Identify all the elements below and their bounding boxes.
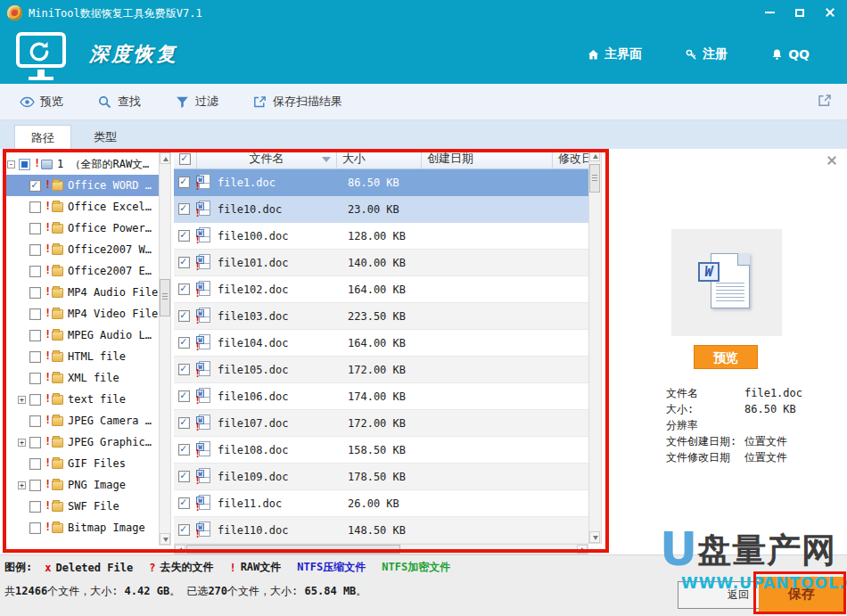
tree-item[interactable]: ! SWF File <box>5 496 159 517</box>
scroll-up-icon[interactable] <box>160 152 170 164</box>
row-checkbox[interactable] <box>178 364 190 375</box>
row-checkbox[interactable] <box>178 257 190 268</box>
column-created[interactable]: 创建日期 <box>422 149 553 168</box>
export-corner-button[interactable] <box>817 93 833 112</box>
nav-qq[interactable]: QQ <box>770 46 810 62</box>
tree-checkbox[interactable] <box>29 308 41 320</box>
tab-type[interactable]: 类型 <box>77 125 134 149</box>
scroll-up-icon[interactable] <box>589 150 600 161</box>
table-row[interactable]: W! file100.doc 128.00 KB <box>174 223 588 250</box>
maximize-button[interactable] <box>792 5 808 20</box>
tree-item[interactable]: ! Office WORD … <box>5 175 159 196</box>
scroll-right-icon[interactable] <box>577 545 588 554</box>
tree-checkbox[interactable] <box>29 287 41 299</box>
row-checkbox[interactable] <box>178 283 190 295</box>
find-toolbar-button[interactable]: 查找 <box>97 94 141 110</box>
row-checkbox[interactable] <box>178 471 190 482</box>
tree-checkbox[interactable] <box>29 501 41 513</box>
table-row[interactable]: W! file10.doc 23.00 KB <box>174 196 588 223</box>
table-scrollbar-thumb[interactable] <box>589 164 600 193</box>
table-row[interactable]: W! file108.doc 158.50 KB <box>174 437 588 464</box>
tree-item[interactable]: + ! text file <box>5 389 159 410</box>
table-row[interactable]: W! file103.doc 223.50 KB <box>174 303 588 330</box>
tree-item[interactable]: ! MP4 Video File <box>5 303 159 324</box>
tree-item[interactable]: + ! JPEG Graphic… <box>5 431 159 453</box>
minimize-button[interactable] <box>761 5 777 20</box>
tree-expander-icon[interactable]: + <box>18 481 26 489</box>
table-row[interactable]: W! file1.doc 86.50 KB <box>174 169 588 196</box>
preview-toolbar-button[interactable]: 预览 <box>20 94 63 110</box>
tree-item[interactable]: + ! PNG Image <box>5 474 159 496</box>
row-checkbox[interactable] <box>178 310 190 322</box>
tree-checkbox[interactable] <box>29 458 41 470</box>
tree-scrollbar-thumb[interactable] <box>160 279 170 316</box>
tree-checkbox[interactable] <box>29 266 41 277</box>
tree-checkbox[interactable] <box>29 373 41 384</box>
tree-item[interactable]: ! MPEG Audio L… <box>5 324 159 346</box>
tree-item[interactable]: - ! 1 （全部的RAW文… <box>5 153 159 175</box>
tree-item[interactable]: ! MP4 Audio File <box>5 282 159 303</box>
row-checkbox[interactable] <box>178 177 190 188</box>
tree-checkbox[interactable] <box>29 437 41 448</box>
table-row[interactable]: W! file11.doc 26.00 KB <box>174 490 588 517</box>
table-row[interactable]: W! file110.doc 148.50 KB <box>174 517 588 544</box>
tree-scrollbar[interactable] <box>159 152 171 546</box>
column-modified[interactable]: 修改日期 <box>553 149 588 168</box>
tree-item[interactable]: ! HTML file <box>5 346 159 367</box>
row-checkbox[interactable] <box>178 444 190 456</box>
table-row[interactable]: W! file101.doc 140.00 KB <box>174 250 588 276</box>
tree-checkbox[interactable] <box>29 223 41 234</box>
tree-item[interactable]: ! Office2007 W… <box>5 239 159 260</box>
save-scan-result-button[interactable]: 保存扫描结果 <box>252 94 342 110</box>
close-button[interactable] <box>822 5 838 20</box>
filter-toolbar-button[interactable]: 过滤 <box>175 94 218 110</box>
nav-register[interactable]: 注册 <box>685 46 728 62</box>
tree-item[interactable]: ! GIF Files <box>5 453 159 474</box>
row-checkbox[interactable] <box>178 524 190 536</box>
tree-checkbox[interactable] <box>29 244 41 256</box>
save-button[interactable]: 保存 <box>759 577 844 612</box>
table-row[interactable]: W! file106.doc 174.00 KB <box>174 383 588 410</box>
tree-item[interactable]: ! Office2007 E… <box>5 260 159 282</box>
table-row[interactable]: W! file105.doc 172.00 KB <box>174 357 588 383</box>
tree-checkbox[interactable] <box>29 394 41 406</box>
tree-checkbox[interactable] <box>29 351 41 363</box>
tree-checkbox[interactable] <box>29 180 41 192</box>
column-size[interactable]: 大小 <box>337 149 422 168</box>
nav-home[interactable]: 主界面 <box>587 46 642 62</box>
tree-checkbox[interactable] <box>29 480 41 491</box>
tree-expander-icon[interactable]: + <box>18 439 26 447</box>
tree-item[interactable]: ! XML file <box>5 367 159 389</box>
scroll-down-icon[interactable] <box>589 531 600 543</box>
tree-item[interactable]: ! Office Excel… <box>5 196 159 218</box>
tree-item[interactable]: ! JPEG Camera … <box>5 410 159 431</box>
preview-button[interactable]: 预览 <box>694 345 758 369</box>
tree-item[interactable]: ! Bitmap Image <box>5 517 159 538</box>
table-vertical-scrollbar[interactable] <box>588 149 602 544</box>
row-checkbox[interactable] <box>178 390 190 402</box>
tree-item[interactable]: ! Office Power… <box>5 218 159 239</box>
table-hscrollbar-thumb[interactable] <box>186 545 400 554</box>
table-row[interactable]: W! file102.doc 164.00 KB <box>174 276 588 303</box>
tree-checkbox[interactable] <box>19 159 30 170</box>
row-checkbox[interactable] <box>178 337 190 349</box>
scroll-down-icon[interactable] <box>160 533 170 545</box>
tree-checkbox[interactable] <box>29 201 41 213</box>
column-filename[interactable]: 文件名 <box>197 149 337 168</box>
tree-expander-icon[interactable]: - <box>7 160 15 168</box>
tree-checkbox[interactable] <box>29 415 41 427</box>
table-row[interactable]: W! file104.doc 164.00 KB <box>174 330 588 357</box>
tab-path[interactable]: 路径 <box>14 125 71 149</box>
row-checkbox[interactable] <box>178 203 190 215</box>
tree-checkbox[interactable] <box>29 522 41 534</box>
table-row[interactable]: W! file109.doc 178.50 KB <box>174 464 588 490</box>
row-checkbox[interactable] <box>178 230 190 242</box>
scroll-left-icon[interactable] <box>175 545 185 554</box>
row-checkbox[interactable] <box>178 417 190 429</box>
table-row[interactable]: W! file107.doc 172.00 KB <box>174 410 588 437</box>
panel-close-icon[interactable] <box>826 154 838 167</box>
select-all-checkbox[interactable] <box>179 153 191 165</box>
row-checkbox[interactable] <box>178 497 190 509</box>
tree-checkbox[interactable] <box>29 330 41 341</box>
table-horizontal-scrollbar[interactable] <box>174 544 588 554</box>
